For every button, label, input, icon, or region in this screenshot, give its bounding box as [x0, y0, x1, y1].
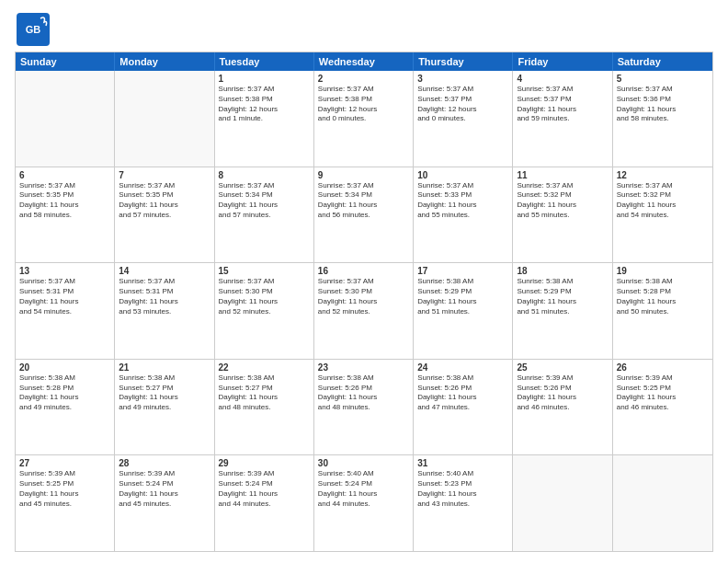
- cell-details: Sunrise: 5:37 AMSunset: 5:31 PMDaylight:…: [119, 277, 210, 316]
- calendar-cell-empty-0-0: [16, 71, 115, 167]
- calendar-body: 1Sunrise: 5:37 AMSunset: 5:38 PMDaylight…: [16, 71, 712, 551]
- cell-details: Sunrise: 5:39 AMSunset: 5:24 PMDaylight:…: [119, 469, 210, 509]
- cell-details: Sunrise: 5:37 AMSunset: 5:35 PMDaylight:…: [119, 181, 210, 221]
- day-number: 18: [517, 266, 608, 276]
- cell-details: Sunrise: 5:37 AMSunset: 5:33 PMDaylight:…: [417, 181, 508, 221]
- calendar-cell-11: 11Sunrise: 5:37 AMSunset: 5:32 PMDayligh…: [513, 167, 612, 263]
- calendar-cell-25: 25Sunrise: 5:39 AMSunset: 5:26 PMDayligh…: [513, 360, 612, 455]
- day-number: 3: [417, 74, 508, 84]
- cell-details: Sunrise: 5:37 AMSunset: 5:30 PMDaylight:…: [219, 277, 310, 316]
- calendar-cell-4: 4Sunrise: 5:37 AMSunset: 5:37 PMDaylight…: [513, 71, 612, 167]
- day-number: 29: [219, 458, 310, 468]
- day-number: 17: [417, 266, 508, 276]
- logo: GB: [15, 11, 50, 44]
- cell-details: Sunrise: 5:38 AMSunset: 5:29 PMDaylight:…: [417, 277, 508, 316]
- cell-details: Sunrise: 5:39 AMSunset: 5:25 PMDaylight:…: [617, 373, 709, 413]
- day-number: 2: [318, 74, 409, 84]
- calendar-cell-21: 21Sunrise: 5:38 AMSunset: 5:27 PMDayligh…: [115, 360, 214, 455]
- calendar-cell-26: 26Sunrise: 5:39 AMSunset: 5:25 PMDayligh…: [613, 360, 712, 455]
- calendar-cell-17: 17Sunrise: 5:38 AMSunset: 5:29 PMDayligh…: [414, 263, 513, 359]
- calendar-cell-empty-0-1: [115, 71, 214, 167]
- calendar-cell-14: 14Sunrise: 5:37 AMSunset: 5:31 PMDayligh…: [115, 263, 214, 359]
- day-number: 28: [119, 458, 210, 468]
- calendar-cell-19: 19Sunrise: 5:38 AMSunset: 5:28 PMDayligh…: [613, 263, 712, 359]
- calendar-cell-22: 22Sunrise: 5:38 AMSunset: 5:27 PMDayligh…: [215, 360, 314, 455]
- cell-details: Sunrise: 5:38 AMSunset: 5:26 PMDaylight:…: [318, 373, 409, 413]
- day-number: 22: [219, 362, 310, 373]
- header-day-wednesday: Wednesday: [314, 52, 414, 71]
- calendar-cell-30: 30Sunrise: 5:40 AMSunset: 5:24 PMDayligh…: [314, 455, 414, 551]
- calendar-cell-9: 9Sunrise: 5:37 AMSunset: 5:34 PMDaylight…: [314, 167, 414, 263]
- calendar-row-2: 13Sunrise: 5:37 AMSunset: 5:31 PMDayligh…: [16, 262, 712, 359]
- calendar-cell-31: 31Sunrise: 5:40 AMSunset: 5:23 PMDayligh…: [414, 455, 513, 551]
- day-number: 21: [119, 362, 210, 373]
- cell-details: Sunrise: 5:38 AMSunset: 5:27 PMDaylight:…: [219, 373, 310, 413]
- day-number: 5: [617, 74, 709, 84]
- day-number: 7: [119, 170, 210, 180]
- calendar-cell-12: 12Sunrise: 5:37 AMSunset: 5:32 PMDayligh…: [613, 167, 712, 263]
- cell-details: Sunrise: 5:37 AMSunset: 5:34 PMDaylight:…: [219, 181, 310, 221]
- calendar-cell-1: 1Sunrise: 5:37 AMSunset: 5:38 PMDaylight…: [215, 71, 314, 167]
- cell-details: Sunrise: 5:39 AMSunset: 5:26 PMDaylight:…: [517, 373, 608, 413]
- calendar-cell-20: 20Sunrise: 5:38 AMSunset: 5:28 PMDayligh…: [16, 360, 115, 455]
- calendar-cell-27: 27Sunrise: 5:39 AMSunset: 5:25 PMDayligh…: [16, 455, 115, 551]
- cell-details: Sunrise: 5:37 AMSunset: 5:32 PMDaylight:…: [617, 181, 709, 221]
- day-number: 19: [617, 266, 709, 276]
- day-number: 31: [417, 458, 508, 468]
- cell-details: Sunrise: 5:38 AMSunset: 5:28 PMDaylight:…: [19, 373, 110, 413]
- cell-details: Sunrise: 5:37 AMSunset: 5:38 PMDaylight:…: [219, 85, 310, 124]
- day-number: 26: [617, 362, 709, 373]
- calendar-cell-23: 23Sunrise: 5:38 AMSunset: 5:26 PMDayligh…: [314, 360, 414, 455]
- cell-details: Sunrise: 5:39 AMSunset: 5:24 PMDaylight:…: [219, 469, 310, 509]
- header-day-tuesday: Tuesday: [215, 52, 314, 71]
- day-number: 12: [617, 170, 709, 180]
- cell-details: Sunrise: 5:37 AMSunset: 5:36 PMDaylight:…: [617, 85, 709, 124]
- calendar-cell-28: 28Sunrise: 5:39 AMSunset: 5:24 PMDayligh…: [115, 455, 214, 551]
- cell-details: Sunrise: 5:37 AMSunset: 5:32 PMDaylight:…: [517, 181, 608, 221]
- cell-details: Sunrise: 5:37 AMSunset: 5:38 PMDaylight:…: [318, 85, 409, 124]
- calendar-header: SundayMondayTuesdayWednesdayThursdayFrid…: [16, 52, 712, 71]
- calendar-cell-empty-4-6: [613, 455, 712, 551]
- day-number: 10: [417, 170, 508, 180]
- cell-details: Sunrise: 5:37 AMSunset: 5:37 PMDaylight:…: [517, 85, 608, 124]
- day-number: 16: [318, 266, 409, 276]
- day-number: 23: [318, 362, 409, 373]
- calendar-cell-16: 16Sunrise: 5:37 AMSunset: 5:30 PMDayligh…: [314, 263, 414, 359]
- calendar-cell-6: 6Sunrise: 5:37 AMSunset: 5:35 PMDaylight…: [16, 167, 115, 263]
- cell-details: Sunrise: 5:37 AMSunset: 5:31 PMDaylight:…: [19, 277, 110, 316]
- day-number: 8: [219, 170, 310, 180]
- day-number: 25: [517, 362, 608, 373]
- calendar-cell-13: 13Sunrise: 5:37 AMSunset: 5:31 PMDayligh…: [16, 263, 115, 359]
- calendar-cell-empty-4-5: [513, 455, 612, 551]
- day-number: 14: [119, 266, 210, 276]
- logo-icon: GB: [15, 11, 48, 44]
- calendar-cell-15: 15Sunrise: 5:37 AMSunset: 5:30 PMDayligh…: [215, 263, 314, 359]
- calendar-row-1: 6Sunrise: 5:37 AMSunset: 5:35 PMDaylight…: [16, 167, 712, 263]
- calendar-cell-24: 24Sunrise: 5:38 AMSunset: 5:26 PMDayligh…: [414, 360, 513, 455]
- calendar-row-0: 1Sunrise: 5:37 AMSunset: 5:38 PMDaylight…: [16, 71, 712, 167]
- cell-details: Sunrise: 5:38 AMSunset: 5:29 PMDaylight:…: [517, 277, 608, 316]
- cell-details: Sunrise: 5:37 AMSunset: 5:30 PMDaylight:…: [318, 277, 409, 316]
- calendar-cell-8: 8Sunrise: 5:37 AMSunset: 5:34 PMDaylight…: [215, 167, 314, 263]
- cell-details: Sunrise: 5:37 AMSunset: 5:35 PMDaylight:…: [19, 181, 110, 221]
- header-day-friday: Friday: [513, 52, 612, 71]
- day-number: 4: [517, 74, 608, 84]
- day-number: 11: [517, 170, 608, 180]
- cell-details: Sunrise: 5:40 AMSunset: 5:23 PMDaylight:…: [417, 469, 508, 509]
- calendar-cell-3: 3Sunrise: 5:37 AMSunset: 5:37 PMDaylight…: [414, 71, 513, 167]
- calendar-cell-7: 7Sunrise: 5:37 AMSunset: 5:35 PMDaylight…: [115, 167, 214, 263]
- cell-details: Sunrise: 5:38 AMSunset: 5:26 PMDaylight:…: [417, 373, 508, 413]
- header-day-saturday: Saturday: [613, 52, 712, 71]
- day-number: 15: [219, 266, 310, 276]
- day-number: 13: [19, 266, 110, 276]
- cell-details: Sunrise: 5:39 AMSunset: 5:25 PMDaylight:…: [19, 469, 110, 509]
- calendar-cell-2: 2Sunrise: 5:37 AMSunset: 5:38 PMDaylight…: [314, 71, 414, 167]
- calendar-row-3: 20Sunrise: 5:38 AMSunset: 5:28 PMDayligh…: [16, 359, 712, 455]
- cell-details: Sunrise: 5:40 AMSunset: 5:24 PMDaylight:…: [318, 469, 409, 509]
- header-day-sunday: Sunday: [16, 52, 115, 71]
- day-number: 24: [417, 362, 508, 373]
- cell-details: Sunrise: 5:38 AMSunset: 5:27 PMDaylight:…: [119, 373, 210, 413]
- day-number: 9: [318, 170, 409, 180]
- cell-details: Sunrise: 5:37 AMSunset: 5:37 PMDaylight:…: [417, 85, 508, 124]
- calendar-cell-5: 5Sunrise: 5:37 AMSunset: 5:36 PMDaylight…: [613, 71, 712, 167]
